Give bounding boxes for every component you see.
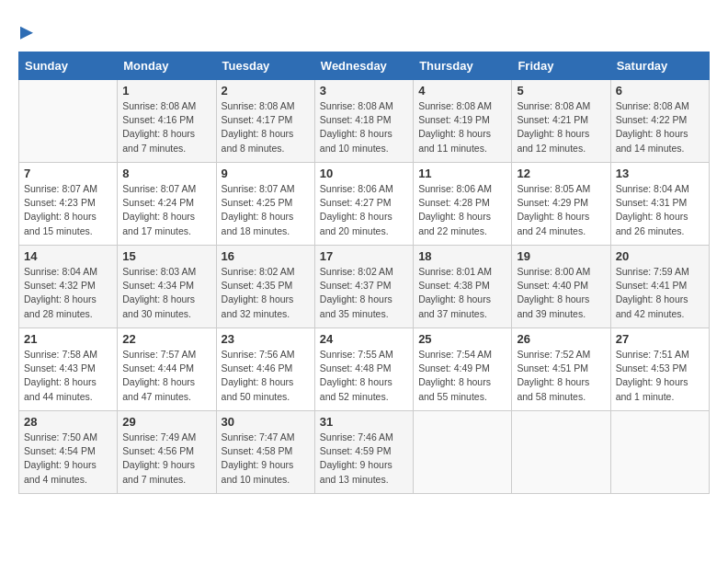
day-info: Sunrise: 8:07 AMSunset: 4:24 PMDaylight:… [122,182,210,238]
day-info: Sunrise: 7:57 AMSunset: 4:44 PMDaylight:… [122,348,210,404]
calendar-cell: 11Sunrise: 8:06 AMSunset: 4:28 PMDayligh… [414,163,512,246]
day-number: 7 [24,167,112,180]
day-number: 27 [616,332,704,346]
day-info: Sunrise: 8:08 AMSunset: 4:16 PMDaylight:… [122,99,210,155]
day-number: 13 [616,167,704,180]
day-number: 28 [24,415,112,429]
day-number: 17 [320,249,408,263]
calendar-cell: 13Sunrise: 8:04 AMSunset: 4:31 PMDayligh… [610,163,709,246]
calendar-cell [414,411,512,494]
day-number: 1 [122,84,210,98]
day-number: 16 [222,249,310,263]
header-wednesday: Wednesday [314,52,413,80]
day-number: 12 [517,167,605,180]
day-number: 25 [418,332,506,346]
calendar-week-2: 7Sunrise: 8:07 AMSunset: 4:23 PMDaylight… [19,163,710,246]
day-number: 29 [122,415,210,429]
day-info: Sunrise: 8:08 AMSunset: 4:19 PMDaylight:… [418,99,506,155]
calendar-cell: 9Sunrise: 8:07 AMSunset: 4:25 PMDaylight… [216,163,314,246]
day-info: Sunrise: 8:08 AMSunset: 4:18 PMDaylight:… [320,99,408,155]
calendar-cell: 5Sunrise: 8:08 AMSunset: 4:21 PMDaylight… [512,80,610,163]
day-number: 5 [517,84,605,98]
day-number: 22 [122,332,210,346]
calendar-cell: 10Sunrise: 8:06 AMSunset: 4:27 PMDayligh… [314,163,413,246]
day-info: Sunrise: 8:07 AMSunset: 4:25 PMDaylight:… [222,182,310,238]
calendar-cell: 8Sunrise: 8:07 AMSunset: 4:24 PMDaylight… [118,163,216,246]
calendar-cell: 22Sunrise: 7:57 AMSunset: 4:44 PMDayligh… [118,328,216,411]
day-info: Sunrise: 8:06 AMSunset: 4:27 PMDaylight:… [320,182,408,238]
calendar-cell: 1Sunrise: 8:08 AMSunset: 4:16 PMDaylight… [118,80,216,163]
day-number: 3 [320,84,408,98]
calendar-cell: 21Sunrise: 7:58 AMSunset: 4:43 PMDayligh… [19,328,118,411]
calendar-cell: 12Sunrise: 8:05 AMSunset: 4:29 PMDayligh… [512,163,610,246]
day-number: 24 [320,332,408,346]
day-info: Sunrise: 8:04 AMSunset: 4:31 PMDaylight:… [616,182,704,238]
day-info: Sunrise: 7:49 AMSunset: 4:56 PMDaylight:… [122,431,210,487]
calendar-cell: 23Sunrise: 7:56 AMSunset: 4:46 PMDayligh… [216,328,314,411]
header-monday: Monday [118,52,216,80]
logo-icon [20,27,33,40]
calendar-cell: 14Sunrise: 8:04 AMSunset: 4:32 PMDayligh… [19,246,118,328]
day-info: Sunrise: 8:08 AMSunset: 4:22 PMDaylight:… [616,99,704,155]
day-info: Sunrise: 8:03 AMSunset: 4:34 PMDaylight:… [122,265,210,321]
day-info: Sunrise: 7:50 AMSunset: 4:54 PMDaylight:… [24,431,112,487]
calendar-week-4: 21Sunrise: 7:58 AMSunset: 4:43 PMDayligh… [19,328,710,411]
header-tuesday: Tuesday [216,52,314,80]
day-number: 8 [122,167,210,180]
day-info: Sunrise: 8:02 AMSunset: 4:35 PMDaylight:… [222,265,310,321]
calendar-cell: 18Sunrise: 8:01 AMSunset: 4:38 PMDayligh… [414,246,512,328]
calendar-week-3: 14Sunrise: 8:04 AMSunset: 4:32 PMDayligh… [19,246,710,328]
day-number: 20 [616,249,704,263]
calendar-cell: 4Sunrise: 8:08 AMSunset: 4:19 PMDaylight… [414,80,512,163]
header-thursday: Thursday [414,52,512,80]
day-info: Sunrise: 8:04 AMSunset: 4:32 PMDaylight:… [24,265,112,321]
day-number: 15 [122,249,210,263]
calendar-header-row: SundayMondayTuesdayWednesdayThursdayFrid… [19,52,710,80]
calendar-cell: 7Sunrise: 8:07 AMSunset: 4:23 PMDaylight… [19,163,118,246]
day-info: Sunrise: 8:01 AMSunset: 4:38 PMDaylight:… [418,265,506,321]
day-info: Sunrise: 8:08 AMSunset: 4:21 PMDaylight:… [517,99,605,155]
logo [18,18,33,42]
day-number: 30 [222,415,310,429]
calendar-cell: 15Sunrise: 8:03 AMSunset: 4:34 PMDayligh… [118,246,216,328]
calendar-cell: 6Sunrise: 8:08 AMSunset: 4:22 PMDaylight… [610,80,709,163]
calendar-week-5: 28Sunrise: 7:50 AMSunset: 4:54 PMDayligh… [19,411,710,494]
day-number: 11 [418,167,506,180]
calendar-cell [512,411,610,494]
day-number: 21 [24,332,112,346]
calendar-cell: 24Sunrise: 7:55 AMSunset: 4:48 PMDayligh… [314,328,413,411]
calendar-cell: 20Sunrise: 7:59 AMSunset: 4:41 PMDayligh… [610,246,709,328]
day-info: Sunrise: 7:47 AMSunset: 4:58 PMDaylight:… [222,431,310,487]
calendar-cell: 30Sunrise: 7:47 AMSunset: 4:58 PMDayligh… [216,411,314,494]
calendar-cell [19,80,118,163]
day-info: Sunrise: 7:55 AMSunset: 4:48 PMDaylight:… [320,348,408,404]
day-info: Sunrise: 8:05 AMSunset: 4:29 PMDaylight:… [517,182,605,238]
day-info: Sunrise: 8:07 AMSunset: 4:23 PMDaylight:… [24,182,112,238]
day-info: Sunrise: 8:08 AMSunset: 4:17 PMDaylight:… [222,99,310,155]
calendar-cell: 28Sunrise: 7:50 AMSunset: 4:54 PMDayligh… [19,411,118,494]
day-info: Sunrise: 7:56 AMSunset: 4:46 PMDaylight:… [222,348,310,404]
calendar-cell: 16Sunrise: 8:02 AMSunset: 4:35 PMDayligh… [216,246,314,328]
day-number: 19 [517,249,605,263]
day-number: 2 [222,84,310,98]
day-number: 18 [418,249,506,263]
calendar-cell: 3Sunrise: 8:08 AMSunset: 4:18 PMDaylight… [314,80,413,163]
day-number: 26 [517,332,605,346]
day-info: Sunrise: 7:51 AMSunset: 4:53 PMDaylight:… [616,348,704,404]
calendar-cell: 29Sunrise: 7:49 AMSunset: 4:56 PMDayligh… [118,411,216,494]
header-saturday: Saturday [610,52,709,80]
day-number: 23 [222,332,310,346]
calendar-cell: 25Sunrise: 7:54 AMSunset: 4:49 PMDayligh… [414,328,512,411]
day-info: Sunrise: 8:00 AMSunset: 4:40 PMDaylight:… [517,265,605,321]
calendar-cell [610,411,709,494]
header-friday: Friday [512,52,610,80]
calendar-cell: 17Sunrise: 8:02 AMSunset: 4:37 PMDayligh… [314,246,413,328]
day-number: 4 [418,84,506,98]
day-number: 9 [222,167,310,180]
calendar-table: SundayMondayTuesdayWednesdayThursdayFrid… [18,52,710,494]
day-info: Sunrise: 7:54 AMSunset: 4:49 PMDaylight:… [418,348,506,404]
day-number: 6 [616,84,704,98]
day-number: 31 [320,415,408,429]
calendar-cell: 27Sunrise: 7:51 AMSunset: 4:53 PMDayligh… [610,328,709,411]
day-info: Sunrise: 7:46 AMSunset: 4:59 PMDaylight:… [320,431,408,487]
